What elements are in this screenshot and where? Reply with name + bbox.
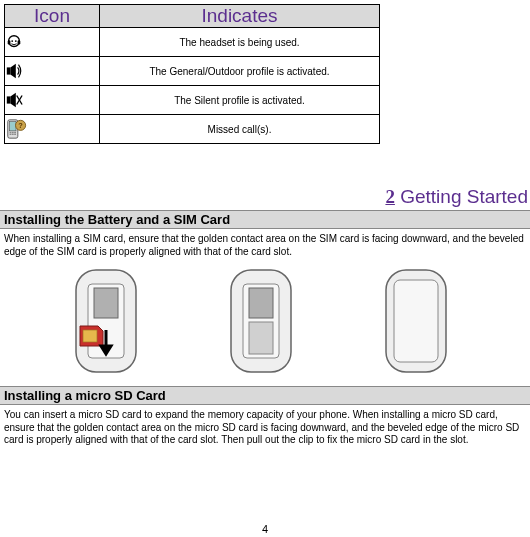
- section-heading-battery-sim: Installing the Battery and a SIM Card: [0, 210, 530, 229]
- headset-icon: [5, 28, 100, 57]
- svg-rect-16: [10, 134, 12, 135]
- general-profile-icon: [5, 57, 100, 86]
- silent-profile-icon: [5, 86, 100, 115]
- icon-indicates-table: Icon Indicates The headset is being used…: [4, 4, 380, 144]
- table-header-row: Icon Indicates: [5, 5, 380, 28]
- svg-rect-1: [8, 40, 11, 45]
- chapter-heading: 2 Getting Started: [0, 186, 530, 208]
- svg-rect-12: [10, 122, 16, 131]
- svg-text:?: ?: [18, 121, 23, 130]
- chapter-title: Getting Started: [395, 186, 528, 207]
- manual-page: Icon Indicates The headset is being used…: [0, 4, 530, 537]
- svg-rect-14: [12, 132, 14, 133]
- section-body: When installing a SIM card, ensure that …: [0, 229, 530, 260]
- table-row: The General/Outdoor profile is activated…: [5, 57, 380, 86]
- svg-rect-24: [83, 330, 97, 342]
- missed-call-icon: ?: [5, 115, 100, 144]
- section-body: You can insert a micro SD card to expand…: [0, 405, 530, 449]
- indicates-cell: The Silent profile is activated.: [100, 86, 380, 115]
- svg-point-4: [15, 40, 17, 42]
- svg-rect-17: [12, 134, 14, 135]
- indicates-cell: The headset is being used.: [100, 28, 380, 57]
- table-row: The headset is being used.: [5, 28, 380, 57]
- svg-rect-2: [18, 40, 21, 45]
- svg-rect-15: [14, 132, 16, 133]
- svg-rect-5: [7, 67, 11, 74]
- section-heading-microsd: Installing a micro SD Card: [0, 386, 530, 405]
- svg-rect-30: [249, 322, 273, 354]
- col-header-indicates: Indicates: [100, 5, 380, 28]
- svg-marker-6: [10, 64, 15, 78]
- svg-rect-7: [7, 96, 11, 103]
- col-header-icon: Icon: [5, 5, 100, 28]
- svg-rect-18: [14, 134, 16, 135]
- svg-rect-23: [94, 288, 118, 318]
- svg-point-3: [11, 40, 13, 42]
- sim-install-figure: [0, 260, 530, 384]
- svg-rect-32: [394, 280, 438, 362]
- indicates-cell: The General/Outdoor profile is activated…: [100, 57, 380, 86]
- svg-rect-29: [249, 288, 273, 318]
- page-number: 4: [0, 523, 530, 535]
- chapter-number: 2: [385, 186, 395, 207]
- svg-marker-8: [10, 93, 15, 107]
- table-row: The Silent profile is activated.: [5, 86, 380, 115]
- indicates-cell: Missed call(s).: [100, 115, 380, 144]
- table-row: ? Missed call(s).: [5, 115, 380, 144]
- svg-rect-13: [10, 132, 12, 133]
